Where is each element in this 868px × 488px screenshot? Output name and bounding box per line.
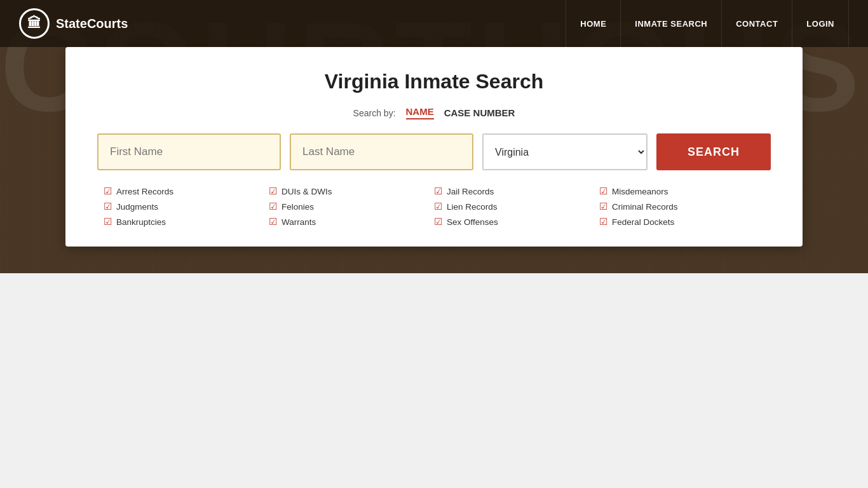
checkbox-icon-4: ☑ xyxy=(599,186,607,197)
checkbox-jail-records: ☑ Jail Records xyxy=(434,186,599,197)
checkbox-icon-3: ☑ xyxy=(434,186,442,197)
checkbox-label-12: Federal Dockets xyxy=(612,217,674,227)
checkbox-label-5: Judgments xyxy=(116,202,158,212)
checkbox-label-3: Jail Records xyxy=(447,187,494,196)
tab-case-number[interactable]: CASE NUMBER xyxy=(444,107,515,118)
search-button[interactable]: SEARCH xyxy=(656,133,771,170)
search-by-row: Search by: NAME CASE NUMBER xyxy=(97,106,771,119)
checkbox-criminal-records: ☑ Criminal Records xyxy=(599,201,764,212)
checkbox-icon-8: ☑ xyxy=(599,201,607,212)
checkbox-label-10: Warrants xyxy=(281,217,316,227)
checkboxes-grid: ☑ Arrest Records ☑ DUIs & DWIs ☑ Jail Re… xyxy=(97,186,771,227)
checkbox-icon-9: ☑ xyxy=(104,216,112,227)
tab-name[interactable]: NAME xyxy=(406,106,434,119)
checkbox-icon-1: ☑ xyxy=(104,186,112,197)
nav-contact[interactable]: CONTACT xyxy=(722,0,792,47)
card-title: Virginia Inmate Search xyxy=(97,70,771,93)
checkbox-sex-offenses: ☑ Sex Offenses xyxy=(434,216,599,227)
checkbox-label-6: Felonies xyxy=(281,202,314,212)
checkbox-federal-dockets: ☑ Federal Dockets xyxy=(599,216,764,227)
checkbox-lien-records: ☑ Lien Records xyxy=(434,201,599,212)
checkbox-icon-10: ☑ xyxy=(269,216,277,227)
last-name-input[interactable] xyxy=(290,133,473,170)
checkbox-label-9: Bankruptcies xyxy=(116,217,166,227)
checkbox-arrest-records: ☑ Arrest Records xyxy=(104,186,269,197)
checkbox-label-1: Arrest Records xyxy=(116,187,173,196)
checkbox-misdemeanors: ☑ Misdemeanors xyxy=(599,186,764,197)
nav-login[interactable]: LOGIN xyxy=(792,0,849,47)
navbar: 🏛 StateCourts HOME INMATE SEARCH CONTACT… xyxy=(0,0,868,47)
nav-inmate-search[interactable]: INMATE SEARCH xyxy=(621,0,722,47)
checkbox-felonies: ☑ Felonies xyxy=(269,201,434,212)
checkbox-judgments: ☑ Judgments xyxy=(104,201,269,212)
search-card: Virginia Inmate Search Search by: NAME C… xyxy=(65,47,803,247)
checkbox-icon-6: ☑ xyxy=(269,201,277,212)
site-logo[interactable]: 🏛 StateCourts xyxy=(19,8,128,39)
hero-section: COURTHOUSE 🏛 StateCourts HOME INMATE SEA… xyxy=(0,0,868,273)
checkbox-bankruptcies: ☑ Bankruptcies xyxy=(104,216,269,227)
checkbox-label-8: Criminal Records xyxy=(612,202,678,212)
checkbox-label-11: Sex Offenses xyxy=(447,217,498,227)
checkbox-icon-7: ☑ xyxy=(434,201,442,212)
checkbox-icon-2: ☑ xyxy=(269,186,277,197)
search-by-label: Search by: xyxy=(353,108,396,118)
checkbox-label-2: DUIs & DWIs xyxy=(281,187,332,196)
checkbox-icon-11: ☑ xyxy=(434,216,442,227)
checkbox-warrants: ☑ Warrants xyxy=(269,216,434,227)
nav-home[interactable]: HOME xyxy=(566,0,621,47)
logo-text: StateCourts xyxy=(56,17,128,31)
checkbox-duis: ☑ DUIs & DWIs xyxy=(269,186,434,197)
nav-links: HOME INMATE SEARCH CONTACT LOGIN xyxy=(566,0,849,47)
checkbox-icon-5: ☑ xyxy=(104,201,112,212)
state-select[interactable]: Virginia Alabama Alaska Arizona Arkansas… xyxy=(482,133,648,170)
checkbox-icon-12: ☑ xyxy=(599,216,607,227)
logo-icon: 🏛 xyxy=(19,8,50,39)
checkbox-label-7: Lien Records xyxy=(447,202,498,212)
checkbox-label-4: Misdemeanors xyxy=(612,187,668,196)
search-inputs: Virginia Alabama Alaska Arizona Arkansas… xyxy=(97,133,771,170)
first-name-input[interactable] xyxy=(97,133,281,170)
